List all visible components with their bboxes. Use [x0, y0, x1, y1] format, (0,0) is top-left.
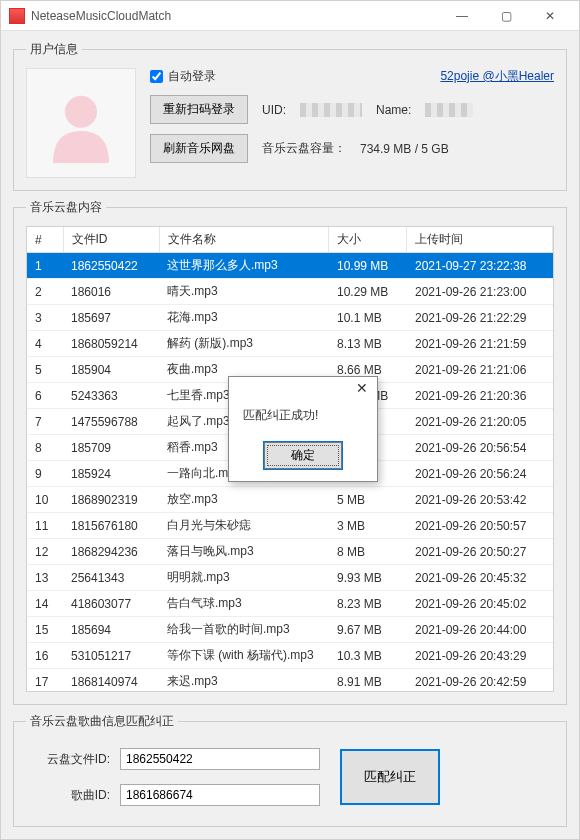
col-header-file-id[interactable]: 文件ID: [63, 227, 159, 253]
auto-login-input[interactable]: [150, 70, 163, 83]
table-row[interactable]: 101868902319放空.mp35 MB2021-09-26 20:53:4…: [27, 487, 553, 513]
table-row[interactable]: 1325641343明明就.mp39.93 MB2021-09-26 20:45…: [27, 565, 553, 591]
cell-idx: 13: [27, 565, 63, 591]
col-header-index[interactable]: #: [27, 227, 63, 253]
table-row[interactable]: 2186016晴天.mp310.29 MB2021-09-26 21:23:00: [27, 279, 553, 305]
capacity-value: 734.9 MB / 5 GB: [360, 142, 449, 156]
cell-file_id: 185924: [63, 461, 159, 487]
cell-upload_time: 2021-09-27 23:22:38: [407, 253, 553, 279]
maximize-button[interactable]: ▢: [485, 2, 527, 30]
cell-file_name: 等你下课 (with 杨瑞代).mp3: [159, 643, 329, 669]
cell-file_id: 1862550422: [63, 253, 159, 279]
dialog-ok-button[interactable]: 确定: [264, 442, 342, 469]
cell-file_id: 185904: [63, 357, 159, 383]
cell-file_id: 1868902319: [63, 487, 159, 513]
cell-file_id: 1815676180: [63, 513, 159, 539]
cell-size: 8.91 MB: [329, 669, 407, 692]
cell-file_name: 告白气球.mp3: [159, 591, 329, 617]
file-id-input[interactable]: [120, 748, 320, 770]
match-group: 音乐云盘歌曲信息匹配纠正 云盘文件ID: 歌曲ID: 匹配纠正: [13, 713, 567, 827]
table-row[interactable]: 3185697花海.mp310.1 MB2021-09-26 21:22:29: [27, 305, 553, 331]
cell-file_name: 花海.mp3: [159, 305, 329, 331]
cell-size: 10.29 MB: [329, 279, 407, 305]
userinfo-group: 用户信息 自动登录 52pojie @小黑Healer 重新扫码登录: [13, 41, 567, 191]
table-row[interactable]: 16531051217等你下课 (with 杨瑞代).mp310.3 MB202…: [27, 643, 553, 669]
cell-idx: 11: [27, 513, 63, 539]
avatar: [26, 68, 136, 178]
col-header-file-name[interactable]: 文件名称: [159, 227, 329, 253]
refresh-button[interactable]: 刷新音乐网盘: [150, 134, 248, 163]
minimize-button[interactable]: —: [441, 2, 483, 30]
cell-idx: 3: [27, 305, 63, 331]
cell-size: 10.1 MB: [329, 305, 407, 331]
app-window: NeteaseMusicCloudMatch — ▢ ✕ 用户信息 自动登录: [0, 0, 580, 840]
cell-upload_time: 2021-09-26 20:53:42: [407, 487, 553, 513]
col-header-size[interactable]: 大小: [329, 227, 407, 253]
author-link[interactable]: 52pojie @小黑Healer: [440, 68, 554, 85]
uid-label: UID:: [262, 103, 286, 117]
table-row[interactable]: 111815676180白月光与朱砂痣3 MB2021-09-26 20:50:…: [27, 513, 553, 539]
titlebar: NeteaseMusicCloudMatch — ▢ ✕: [1, 1, 579, 31]
cell-file_id: 1475596788: [63, 409, 159, 435]
match-legend: 音乐云盘歌曲信息匹配纠正: [26, 713, 178, 730]
cell-file_id: 25641343: [63, 565, 159, 591]
cell-file_id: 5243363: [63, 383, 159, 409]
name-value-censored: [425, 103, 473, 117]
relogin-button[interactable]: 重新扫码登录: [150, 95, 248, 124]
dialog-message: 匹配纠正成功!: [229, 401, 377, 434]
cell-idx: 6: [27, 383, 63, 409]
cell-upload_time: 2021-09-26 20:56:24: [407, 461, 553, 487]
cell-upload_time: 2021-09-26 20:43:29: [407, 643, 553, 669]
file-id-label: 云盘文件ID:: [30, 751, 110, 768]
cell-idx: 7: [27, 409, 63, 435]
svg-point-0: [65, 96, 97, 128]
cell-size: 8.13 MB: [329, 331, 407, 357]
cell-upload_time: 2021-09-26 20:50:57: [407, 513, 553, 539]
cell-size: 9.93 MB: [329, 565, 407, 591]
match-button[interactable]: 匹配纠正: [340, 749, 440, 805]
cell-size: 5 MB: [329, 487, 407, 513]
cell-file_name: 明明就.mp3: [159, 565, 329, 591]
table-row[interactable]: 41868059214解药 (新版).mp38.13 MB2021-09-26 …: [27, 331, 553, 357]
cell-size: 9.67 MB: [329, 617, 407, 643]
cell-upload_time: 2021-09-26 20:50:27: [407, 539, 553, 565]
cell-upload_time: 2021-09-26 20:44:00: [407, 617, 553, 643]
close-icon[interactable]: ✕: [353, 380, 371, 398]
cell-idx: 9: [27, 461, 63, 487]
col-header-upload-time[interactable]: 上传时间: [407, 227, 553, 253]
cell-size: 3 MB: [329, 513, 407, 539]
cell-upload_time: 2021-09-26 21:20:05: [407, 409, 553, 435]
table-row[interactable]: 14418603077告白气球.mp38.23 MB2021-09-26 20:…: [27, 591, 553, 617]
cell-file_name: 落日与晚风.mp3: [159, 539, 329, 565]
name-label: Name:: [376, 103, 411, 117]
cell-idx: 16: [27, 643, 63, 669]
cell-file_id: 1868294236: [63, 539, 159, 565]
table-row[interactable]: 121868294236落日与晚风.mp38 MB2021-09-26 20:5…: [27, 539, 553, 565]
song-id-label: 歌曲ID:: [30, 787, 110, 804]
cell-size: 10.99 MB: [329, 253, 407, 279]
cell-file_name: 放空.mp3: [159, 487, 329, 513]
cell-size: 8 MB: [329, 539, 407, 565]
cell-file_id: 531051217: [63, 643, 159, 669]
cell-idx: 14: [27, 591, 63, 617]
table-row[interactable]: 11862550422这世界那么多人.mp310.99 MB2021-09-27…: [27, 253, 553, 279]
table-row[interactable]: 171868140974来迟.mp38.91 MB2021-09-26 20:4…: [27, 669, 553, 692]
auto-login-checkbox[interactable]: 自动登录: [150, 68, 216, 85]
close-button[interactable]: ✕: [529, 2, 571, 30]
table-row[interactable]: 15185694给我一首歌的时间.mp39.67 MB2021-09-26 20…: [27, 617, 553, 643]
cell-size: 10.3 MB: [329, 643, 407, 669]
song-id-input[interactable]: [120, 784, 320, 806]
cell-file_name: 解药 (新版).mp3: [159, 331, 329, 357]
auto-login-label: 自动登录: [168, 68, 216, 85]
uid-value-censored: [300, 103, 362, 117]
cell-idx: 12: [27, 539, 63, 565]
cell-upload_time: 2021-09-26 21:21:06: [407, 357, 553, 383]
app-icon: [9, 8, 25, 24]
cell-file_id: 185694: [63, 617, 159, 643]
cell-upload_time: 2021-09-26 20:45:32: [407, 565, 553, 591]
cell-file_name: 来迟.mp3: [159, 669, 329, 692]
cell-upload_time: 2021-09-26 21:21:59: [407, 331, 553, 357]
cell-idx: 2: [27, 279, 63, 305]
cell-file_id: 1868140974: [63, 669, 159, 692]
userinfo-legend: 用户信息: [26, 41, 82, 58]
